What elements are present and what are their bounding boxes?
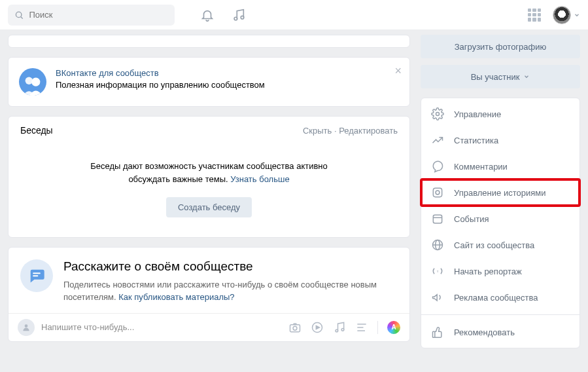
svg-rect-21	[433, 215, 441, 223]
svg-text:т: т	[437, 269, 439, 273]
svg-point-18	[436, 113, 440, 116]
menu-label: Статистика	[454, 136, 498, 145]
apps-button[interactable]	[521, 2, 547, 28]
menu-item-comments[interactable]: Комментарии	[421, 153, 579, 179]
search-container[interactable]	[8, 5, 175, 26]
promo-title[interactable]: ВКонтакте для сообществ	[56, 68, 265, 78]
comment-icon	[431, 160, 444, 173]
composer: Напишите что-нибудь... A	[9, 313, 409, 341]
search-input[interactable]	[29, 10, 168, 20]
menu-item-website[interactable]: Сайт из сообщества	[421, 232, 579, 258]
member-status-button[interactable]: Вы участник	[421, 65, 580, 88]
poll-icon[interactable]	[355, 321, 368, 334]
svg-point-14	[341, 328, 344, 331]
ai-badge[interactable]: A	[387, 321, 400, 334]
chats-card: Беседы Скрыть · Редактировать Беседы даю…	[8, 116, 410, 238]
avatar	[553, 6, 571, 24]
menu-label: Комментарии	[454, 162, 508, 172]
about-desc: Поделитесь новостями или расскажите что-…	[63, 279, 398, 304]
about-card: Расскажите о своём сообществе Поделитесь…	[8, 247, 410, 342]
close-icon[interactable]: ×	[394, 64, 402, 78]
chats-edit-link[interactable]: Редактировать	[339, 126, 398, 136]
svg-point-10	[293, 326, 297, 330]
svg-point-20	[436, 191, 440, 195]
divider	[377, 321, 378, 334]
menu-item-manage[interactable]: Управление	[421, 101, 579, 127]
svg-point-5	[31, 77, 40, 86]
apps-icon	[528, 9, 541, 22]
camera-icon[interactable]	[288, 321, 302, 334]
menu-item-recommend[interactable]: Рекомендовать	[421, 319, 579, 345]
menu-item-live[interactable]: т Начать репортаж	[421, 258, 579, 284]
svg-point-13	[336, 329, 338, 332]
chats-desc-line2: обсуждать важные темы. Узнать больше	[35, 173, 383, 186]
about-how-to-link[interactable]: Как публиковать материалы?	[118, 292, 234, 302]
menu-label: Реклама сообщества	[454, 293, 538, 303]
svg-line-1	[21, 16, 23, 18]
about-title: Расскажите о своём сообществе	[63, 259, 398, 274]
menu-item-stats[interactable]: Статистика	[421, 127, 579, 153]
chats-hide-link[interactable]: Скрыть	[303, 126, 332, 136]
svg-point-0	[16, 12, 21, 17]
search-icon	[14, 10, 24, 20]
create-chat-button[interactable]: Создать беседу	[166, 197, 252, 217]
speech-bubble-icon	[27, 267, 46, 285]
menu-label: Управление историями	[454, 188, 545, 198]
chats-title: Беседы	[20, 125, 53, 136]
menu-label: Рекомендовать	[454, 327, 515, 337]
composer-avatar[interactable]	[18, 319, 35, 336]
music-button[interactable]	[226, 2, 252, 28]
notifications-button[interactable]	[194, 2, 220, 28]
svg-point-8	[25, 324, 28, 327]
menu-label: Начать репортаж	[454, 267, 522, 276]
menu-label: Сайт из сообщества	[454, 240, 534, 250]
chats-desc-line1: Беседы дают возможность участникам сообщ…	[35, 160, 383, 173]
broadcast-icon: т	[431, 265, 444, 278]
music-icon	[232, 8, 246, 22]
chevron-down-icon	[523, 73, 530, 80]
chevron-down-icon	[574, 12, 580, 18]
previous-card-edge	[8, 35, 410, 48]
about-icon-wrap	[20, 259, 53, 292]
svg-rect-27	[433, 331, 435, 337]
menu-item-ads[interactable]: Реклама сообщества	[421, 284, 579, 310]
megaphone-icon	[431, 291, 444, 304]
thumbs-up-icon	[431, 326, 444, 339]
svg-point-2	[234, 17, 237, 20]
svg-marker-12	[316, 326, 319, 329]
camera-roll-icon	[431, 186, 444, 199]
svg-rect-7	[33, 275, 38, 276]
menu-item-stories[interactable]: Управление историями	[421, 179, 579, 206]
promo-avatar	[19, 68, 46, 96]
promo-desc: Полезная информация по управлению сообще…	[56, 80, 265, 90]
user-icon	[22, 323, 31, 332]
gear-icon	[431, 107, 444, 121]
svg-point-3	[241, 16, 244, 19]
play-icon[interactable]	[311, 321, 324, 334]
svg-point-4	[26, 77, 33, 84]
chart-icon	[431, 134, 444, 147]
composer-input[interactable]: Напишите что-нибудь...	[41, 322, 282, 332]
svg-rect-9	[290, 325, 300, 332]
menu-label: Управление	[454, 109, 501, 119]
upload-photo-button[interactable]: Загрузить фотографию	[421, 35, 580, 58]
chats-learn-more-link[interactable]: Узнать больше	[230, 174, 289, 184]
calendar-icon	[431, 212, 444, 225]
menu-item-events[interactable]: События	[421, 206, 579, 232]
bell-icon	[200, 8, 215, 22]
globe-icon	[431, 238, 444, 251]
header	[0, 0, 588, 29]
promo-info-card: ВКонтакте для сообществ Полезная информа…	[8, 57, 410, 107]
music-note-icon[interactable]	[333, 321, 346, 334]
account-menu[interactable]	[553, 6, 580, 24]
menu-divider	[421, 314, 579, 315]
svg-rect-19	[433, 188, 441, 196]
svg-rect-6	[33, 272, 41, 274]
side-menu: Управление Статистика Комментарии Управл…	[421, 98, 580, 348]
menu-label: События	[454, 214, 489, 224]
